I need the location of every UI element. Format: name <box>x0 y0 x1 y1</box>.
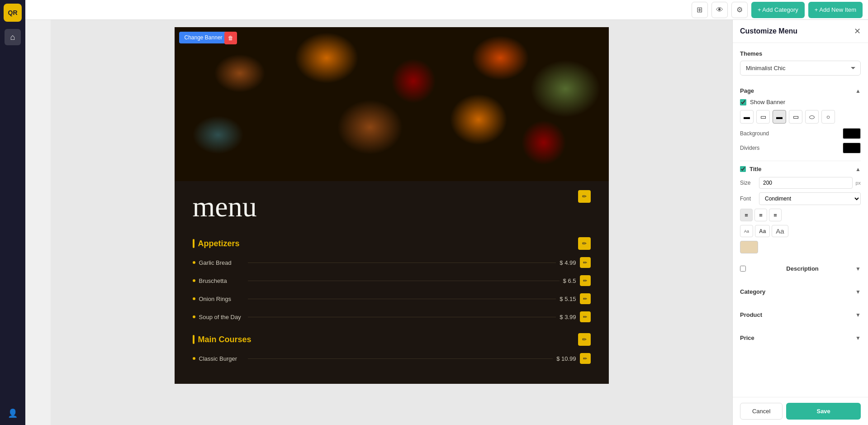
category-bar <box>193 335 194 344</box>
dividers-label: Dividers <box>740 145 759 151</box>
size-unit: px <box>855 180 861 186</box>
font-size-small-button[interactable]: Aa <box>740 225 753 237</box>
description-checkbox[interactable] <box>740 266 746 272</box>
background-color-row: Background <box>740 128 861 139</box>
title-color-swatch[interactable] <box>740 241 758 253</box>
sidebar-item-home[interactable]: ⌂ <box>5 29 21 45</box>
change-banner-button[interactable]: Change Banner <box>179 32 228 43</box>
product-header[interactable]: Product ▼ <box>740 307 861 323</box>
title-section-arrow[interactable]: ▲ <box>855 166 861 172</box>
font-size-large-button[interactable]: Aa <box>772 225 788 237</box>
align-right-button[interactable]: ≡ <box>769 209 782 221</box>
font-size-medium-button[interactable]: Aa <box>755 225 770 237</box>
shape-btn-oval[interactable]: ⬭ <box>805 110 819 124</box>
align-left-button[interactable]: ≡ <box>740 209 753 221</box>
shape-row: ▬ ▭ ▬ ▭ ⬭ ○ <box>740 110 861 124</box>
item-price: $ 3.99 <box>560 314 576 320</box>
item-name: Classic Burger <box>199 355 244 362</box>
category-title-appetizers: Appetizers <box>198 239 240 248</box>
page-section-header[interactable]: Page ▲ <box>740 83 861 99</box>
menu-title: menu <box>193 190 591 224</box>
settings-icon-button[interactable]: ⚙ <box>731 2 748 18</box>
item-bullet <box>193 279 195 282</box>
category-edit-button-appetizers[interactable]: ✏ <box>578 237 591 250</box>
shape-btn-rect-rounded[interactable]: ▭ <box>789 110 802 124</box>
item-name: Bruschetta <box>199 277 244 284</box>
theme-select[interactable]: Minimalist Chic Classic Dark Modern Ligh… <box>740 61 861 76</box>
eye-icon-button[interactable]: 👁 <box>711 2 728 18</box>
menu-preview[interactable]: Change Banner 🗑 menu ✏ Appetizers ✏ <box>51 20 732 425</box>
top-bar: ⊞ 👁 ⚙ + Add Category + Add New Item <box>25 0 868 20</box>
item-edit-button[interactable]: ✏ <box>580 293 591 304</box>
item-bullet <box>193 261 195 264</box>
save-button[interactable]: Save <box>786 403 861 420</box>
show-banner-row: Show Banner <box>740 99 861 105</box>
themes-label: Themes <box>740 50 861 57</box>
product-arrow: ▼ <box>855 312 861 318</box>
show-banner-checkbox[interactable] <box>740 99 746 105</box>
qr-icon-button[interactable]: ⊞ <box>692 2 708 18</box>
list-item: Onion Rings $ 5.15 ✏ <box>193 291 591 306</box>
add-category-button[interactable]: + Add Category <box>751 2 805 18</box>
item-price: $ 4.99 <box>560 259 576 266</box>
panel-title: Customize Menu <box>740 27 797 35</box>
font-size-row: Aa Aa Aa <box>740 225 861 237</box>
main-area: Change Banner 🗑 menu ✏ Appetizers ✏ <box>51 20 868 425</box>
font-select[interactable]: Condiment Arial Georgia Roboto <box>759 192 861 205</box>
price-section: Price ▼ <box>740 330 861 346</box>
item-edit-button[interactable]: ✏ <box>580 311 591 322</box>
page-section-arrow: ▲ <box>855 88 861 94</box>
font-label: Font <box>740 196 756 202</box>
app-logo[interactable]: QR <box>4 4 22 22</box>
description-section: Description ▼ <box>740 261 861 277</box>
delete-banner-button[interactable]: 🗑 <box>224 32 237 44</box>
item-price: $ 10.99 <box>556 355 576 362</box>
background-color-swatch[interactable] <box>843 128 861 139</box>
item-line <box>248 358 553 359</box>
list-item: Classic Burger $ 10.99 ✏ <box>193 351 591 366</box>
category-edit-button-main-courses[interactable]: ✏ <box>578 333 591 346</box>
item-name: Soup of the Day <box>199 314 244 320</box>
item-line <box>248 281 560 281</box>
panel-body: Themes Minimalist Chic Classic Dark Mode… <box>733 43 868 397</box>
size-input[interactable] <box>759 177 853 189</box>
item-edit-button[interactable]: ✏ <box>580 275 591 286</box>
background-label: Background <box>740 130 769 137</box>
show-banner-label: Show Banner <box>750 99 785 105</box>
item-price: $ 5.15 <box>560 296 576 302</box>
price-header[interactable]: Price ▼ <box>740 330 861 346</box>
shape-btn-rect-full[interactable]: ▬ <box>740 110 754 124</box>
item-line <box>248 299 556 299</box>
title-checkbox[interactable] <box>740 166 746 172</box>
shape-btn-circle[interactable]: ○ <box>821 110 835 124</box>
item-edit-button[interactable]: ✏ <box>580 353 591 364</box>
description-header[interactable]: Description ▼ <box>740 261 861 277</box>
item-line <box>248 263 556 263</box>
list-item: Bruschetta $ 6.5 ✏ <box>193 273 591 288</box>
product-section: Product ▼ <box>740 307 861 323</box>
banner-image <box>175 27 609 181</box>
themes-section: Themes Minimalist Chic Classic Dark Mode… <box>740 50 861 76</box>
size-row: Size px <box>740 177 861 189</box>
list-item: Garlic Bread $ 4.99 ✏ <box>193 255 591 270</box>
product-label: Product <box>740 311 762 318</box>
category-main-courses: Main Courses ✏ Classic Burger $ 10.99 ✏ <box>193 333 591 366</box>
item-edit-button[interactable]: ✏ <box>580 257 591 268</box>
add-item-button[interactable]: + Add New Item <box>808 2 863 18</box>
item-bullet <box>193 315 195 318</box>
close-panel-button[interactable]: ✕ <box>854 26 861 36</box>
shape-btn-rect-border[interactable]: ▭ <box>756 110 770 124</box>
font-row: Font Condiment Arial Georgia Roboto <box>740 192 861 205</box>
align-row: ≡ ≡ ≡ <box>740 209 861 221</box>
cancel-button[interactable]: Cancel <box>740 403 783 420</box>
category-header[interactable]: Category ▼ <box>740 284 861 300</box>
dividers-color-swatch[interactable] <box>843 143 861 153</box>
menu-content: menu ✏ Appetizers ✏ Garlic Bread <box>175 181 609 384</box>
banner-area: Change Banner 🗑 <box>175 27 609 181</box>
shape-btn-rect-dark[interactable]: ▬ <box>773 110 786 124</box>
menu-title-edit-button[interactable]: ✏ <box>578 190 591 203</box>
title-section-header: Title ▲ <box>740 161 861 177</box>
page-section-title: Page <box>740 87 754 94</box>
sidebar-item-users[interactable]: 👤 <box>5 405 21 421</box>
align-center-button[interactable]: ≡ <box>754 209 767 221</box>
